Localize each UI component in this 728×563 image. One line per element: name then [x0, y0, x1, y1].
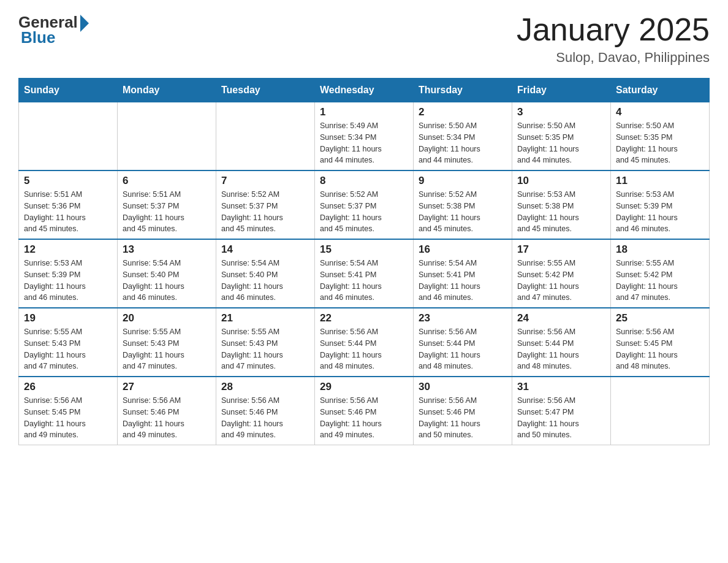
- table-row: [216, 102, 315, 171]
- day-info: Sunrise: 5:56 AM Sunset: 5:44 PM Dayligh…: [419, 326, 507, 372]
- day-number: 8: [320, 175, 408, 187]
- table-row: 10Sunrise: 5:53 AM Sunset: 5:38 PM Dayli…: [512, 170, 611, 239]
- table-row: 3Sunrise: 5:50 AM Sunset: 5:35 PM Daylig…: [512, 102, 611, 171]
- table-row: 12Sunrise: 5:53 AM Sunset: 5:39 PM Dayli…: [19, 239, 118, 308]
- table-row: [19, 102, 118, 171]
- day-number: 3: [517, 106, 605, 118]
- day-number: 15: [320, 243, 408, 256]
- table-row: 1Sunrise: 5:49 AM Sunset: 5:34 PM Daylig…: [315, 102, 414, 171]
- day-number: 29: [320, 381, 408, 393]
- table-row: 22Sunrise: 5:56 AM Sunset: 5:44 PM Dayli…: [315, 308, 414, 377]
- title-section: January 2025 Sulop, Davao, Philippines: [517, 12, 710, 66]
- day-number: 12: [24, 243, 112, 256]
- table-row: 25Sunrise: 5:56 AM Sunset: 5:45 PM Dayli…: [611, 308, 710, 377]
- table-row: 11Sunrise: 5:53 AM Sunset: 5:39 PM Dayli…: [611, 170, 710, 239]
- table-row: 14Sunrise: 5:54 AM Sunset: 5:40 PM Dayli…: [216, 239, 315, 308]
- day-number: 27: [123, 381, 211, 393]
- header-wednesday: Wednesday: [315, 79, 414, 102]
- day-info: Sunrise: 5:56 AM Sunset: 5:45 PM Dayligh…: [616, 326, 704, 372]
- logo-arrow-icon: [80, 15, 89, 32]
- day-info: Sunrise: 5:50 AM Sunset: 5:34 PM Dayligh…: [419, 120, 507, 166]
- header-sunday: Sunday: [19, 79, 118, 102]
- table-row: 24Sunrise: 5:56 AM Sunset: 5:44 PM Dayli…: [512, 308, 611, 377]
- table-row: 29Sunrise: 5:56 AM Sunset: 5:46 PM Dayli…: [315, 377, 414, 445]
- day-number: 6: [123, 175, 211, 187]
- day-info: Sunrise: 5:56 AM Sunset: 5:46 PM Dayligh…: [320, 395, 408, 441]
- table-row: 2Sunrise: 5:50 AM Sunset: 5:34 PM Daylig…: [414, 102, 512, 171]
- day-number: 18: [616, 243, 704, 256]
- day-info: Sunrise: 5:54 AM Sunset: 5:41 PM Dayligh…: [320, 258, 408, 304]
- header-monday: Monday: [118, 79, 216, 102]
- calendar-week-row: 12Sunrise: 5:53 AM Sunset: 5:39 PM Dayli…: [19, 239, 710, 308]
- day-number: 17: [517, 243, 605, 256]
- table-row: 30Sunrise: 5:56 AM Sunset: 5:46 PM Dayli…: [414, 377, 512, 445]
- table-row: 20Sunrise: 5:55 AM Sunset: 5:43 PM Dayli…: [118, 308, 216, 377]
- day-info: Sunrise: 5:56 AM Sunset: 5:46 PM Dayligh…: [419, 395, 507, 441]
- month-title: January 2025: [517, 12, 710, 47]
- table-row: 26Sunrise: 5:56 AM Sunset: 5:45 PM Dayli…: [19, 377, 118, 445]
- table-row: 13Sunrise: 5:54 AM Sunset: 5:40 PM Dayli…: [118, 239, 216, 308]
- day-info: Sunrise: 5:56 AM Sunset: 5:44 PM Dayligh…: [517, 326, 605, 372]
- day-number: 11: [616, 175, 704, 187]
- table-row: 9Sunrise: 5:52 AM Sunset: 5:38 PM Daylig…: [414, 170, 512, 239]
- header-thursday: Thursday: [414, 79, 512, 102]
- day-number: 16: [419, 243, 507, 256]
- day-number: 9: [419, 175, 507, 187]
- table-row: 4Sunrise: 5:50 AM Sunset: 5:35 PM Daylig…: [611, 102, 710, 171]
- day-number: 4: [616, 106, 704, 118]
- day-info: Sunrise: 5:56 AM Sunset: 5:45 PM Dayligh…: [24, 395, 112, 441]
- header-tuesday: Tuesday: [216, 79, 315, 102]
- header-saturday: Saturday: [611, 79, 710, 102]
- day-info: Sunrise: 5:52 AM Sunset: 5:37 PM Dayligh…: [320, 189, 408, 235]
- day-number: 22: [320, 312, 408, 324]
- day-info: Sunrise: 5:49 AM Sunset: 5:34 PM Dayligh…: [320, 120, 408, 166]
- day-number: 31: [517, 381, 605, 393]
- day-info: Sunrise: 5:53 AM Sunset: 5:38 PM Dayligh…: [517, 189, 605, 235]
- header-friday: Friday: [512, 79, 611, 102]
- calendar-header-row: Sunday Monday Tuesday Wednesday Thursday…: [19, 79, 710, 102]
- table-row: 5Sunrise: 5:51 AM Sunset: 5:36 PM Daylig…: [19, 170, 118, 239]
- day-info: Sunrise: 5:53 AM Sunset: 5:39 PM Dayligh…: [616, 189, 704, 235]
- day-info: Sunrise: 5:50 AM Sunset: 5:35 PM Dayligh…: [517, 120, 605, 166]
- calendar-week-row: 5Sunrise: 5:51 AM Sunset: 5:36 PM Daylig…: [19, 170, 710, 239]
- day-number: 21: [221, 312, 309, 324]
- table-row: 23Sunrise: 5:56 AM Sunset: 5:44 PM Dayli…: [414, 308, 512, 377]
- logo-blue-text: Blue: [21, 28, 55, 47]
- day-info: Sunrise: 5:54 AM Sunset: 5:40 PM Dayligh…: [221, 258, 309, 304]
- day-info: Sunrise: 5:56 AM Sunset: 5:47 PM Dayligh…: [517, 395, 605, 441]
- day-info: Sunrise: 5:51 AM Sunset: 5:36 PM Dayligh…: [24, 189, 112, 235]
- day-number: 1: [320, 106, 408, 118]
- table-row: [611, 377, 710, 445]
- day-info: Sunrise: 5:50 AM Sunset: 5:35 PM Dayligh…: [616, 120, 704, 166]
- day-number: 5: [24, 175, 112, 187]
- table-row: 21Sunrise: 5:55 AM Sunset: 5:43 PM Dayli…: [216, 308, 315, 377]
- table-row: 16Sunrise: 5:54 AM Sunset: 5:41 PM Dayli…: [414, 239, 512, 308]
- day-number: 13: [123, 243, 211, 256]
- day-number: 30: [419, 381, 507, 393]
- table-row: 7Sunrise: 5:52 AM Sunset: 5:37 PM Daylig…: [216, 170, 315, 239]
- location-title: Sulop, Davao, Philippines: [517, 50, 710, 66]
- day-info: Sunrise: 5:55 AM Sunset: 5:43 PM Dayligh…: [221, 326, 309, 372]
- day-number: 2: [419, 106, 507, 118]
- table-row: 19Sunrise: 5:55 AM Sunset: 5:43 PM Dayli…: [19, 308, 118, 377]
- day-info: Sunrise: 5:56 AM Sunset: 5:46 PM Dayligh…: [221, 395, 309, 441]
- day-number: 25: [616, 312, 704, 324]
- day-number: 20: [123, 312, 211, 324]
- day-info: Sunrise: 5:55 AM Sunset: 5:42 PM Dayligh…: [616, 258, 704, 304]
- table-row: 28Sunrise: 5:56 AM Sunset: 5:46 PM Dayli…: [216, 377, 315, 445]
- calendar-week-row: 19Sunrise: 5:55 AM Sunset: 5:43 PM Dayli…: [19, 308, 710, 377]
- day-info: Sunrise: 5:54 AM Sunset: 5:40 PM Dayligh…: [123, 258, 211, 304]
- table-row: 8Sunrise: 5:52 AM Sunset: 5:37 PM Daylig…: [315, 170, 414, 239]
- page-header: General Blue January 2025 Sulop, Davao, …: [18, 12, 710, 66]
- table-row: 17Sunrise: 5:55 AM Sunset: 5:42 PM Dayli…: [512, 239, 611, 308]
- day-info: Sunrise: 5:56 AM Sunset: 5:44 PM Dayligh…: [320, 326, 408, 372]
- day-info: Sunrise: 5:51 AM Sunset: 5:37 PM Dayligh…: [123, 189, 211, 235]
- calendar-week-row: 1Sunrise: 5:49 AM Sunset: 5:34 PM Daylig…: [19, 102, 710, 171]
- table-row: 31Sunrise: 5:56 AM Sunset: 5:47 PM Dayli…: [512, 377, 611, 445]
- day-number: 10: [517, 175, 605, 187]
- day-info: Sunrise: 5:55 AM Sunset: 5:43 PM Dayligh…: [24, 326, 112, 372]
- table-row: 18Sunrise: 5:55 AM Sunset: 5:42 PM Dayli…: [611, 239, 710, 308]
- day-number: 28: [221, 381, 309, 393]
- day-info: Sunrise: 5:55 AM Sunset: 5:42 PM Dayligh…: [517, 258, 605, 304]
- day-info: Sunrise: 5:56 AM Sunset: 5:46 PM Dayligh…: [123, 395, 211, 441]
